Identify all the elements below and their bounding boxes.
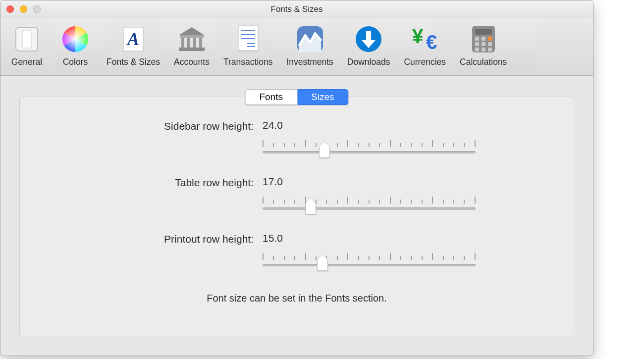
svg-rect-31	[482, 42, 485, 46]
sidebar-row-height-row: Sidebar row height: 24.0	[20, 119, 574, 176]
svg-rect-6	[180, 35, 204, 38]
svg-rect-9	[193, 38, 196, 48]
svg-rect-26	[475, 29, 492, 35]
table-row-height-slider[interactable]	[263, 197, 476, 216]
svg-text:A: A	[126, 29, 139, 49]
slider-track	[263, 151, 476, 154]
calculator-icon	[466, 23, 501, 55]
preferences-window: Fonts & Sizes General	[0, 0, 593, 356]
printout-row-height-value: 15.0	[263, 232, 476, 244]
window-close-button[interactable]	[6, 5, 14, 13]
bank-icon	[174, 23, 209, 55]
toolbar-label: General	[11, 57, 42, 67]
svg-rect-33	[475, 48, 479, 51]
slider-thumb[interactable]	[317, 259, 328, 271]
font-icon: A	[116, 23, 151, 55]
hint-text: Font size can be set in the Fonts sectio…	[20, 293, 574, 304]
currency-icon: ¥ €	[408, 23, 442, 55]
toolbar-item-accounts[interactable]: Accounts	[170, 21, 214, 69]
svg-rect-34	[482, 48, 485, 51]
sidebar-row-height-slider[interactable]	[263, 140, 476, 160]
printout-row-height-slider[interactable]	[263, 253, 476, 273]
chart-icon	[293, 23, 327, 55]
color-wheel-icon	[58, 23, 93, 55]
toolbar-label: Transactions	[223, 57, 273, 67]
fonts-sizes-tabs: Fonts Sizes	[245, 89, 349, 105]
slider-ticks	[263, 253, 476, 262]
svg-rect-7	[181, 38, 184, 48]
svg-rect-30	[475, 42, 479, 46]
table-row-height-label: Table row height:	[20, 176, 263, 189]
svg-text:¥: ¥	[412, 25, 424, 47]
svg-rect-8	[187, 38, 190, 48]
svg-rect-29	[488, 37, 492, 41]
svg-rect-1	[22, 30, 31, 48]
printout-row-height-row: Printout row height: 15.0	[20, 232, 574, 289]
slider-track	[263, 264, 476, 266]
table-row-height-value: 17.0	[263, 176, 476, 188]
content-area: Fonts Sizes Sidebar row height: 24.0	[0, 76, 593, 351]
toolbar-label: Calculations	[460, 57, 507, 67]
receipt-icon	[231, 23, 266, 55]
slider-ticks	[263, 197, 476, 205]
toolbar-item-investments[interactable]: Investments	[282, 21, 337, 69]
sidebar-row-height-value: 24.0	[263, 119, 476, 131]
download-icon	[351, 23, 386, 55]
window-minimize-button[interactable]	[20, 5, 27, 13]
printout-row-height-label: Printout row height:	[20, 232, 263, 245]
toolbar-label: Downloads	[347, 57, 390, 67]
slider-thumb[interactable]	[305, 203, 316, 214]
toolbar-label: Accounts	[174, 57, 210, 67]
tab-fonts[interactable]: Fonts	[245, 89, 298, 105]
sizes-panel: Fonts Sizes Sidebar row height: 24.0	[19, 97, 574, 336]
window-zoom-button[interactable]	[33, 5, 41, 13]
svg-rect-32	[488, 42, 492, 46]
svg-rect-27	[475, 37, 479, 41]
table-row-height-row: Table row height: 17.0	[20, 176, 574, 232]
svg-marker-5	[179, 27, 205, 35]
svg-rect-11	[179, 48, 205, 51]
switch-icon	[9, 23, 44, 55]
slider-thumb[interactable]	[319, 146, 330, 158]
toolbar-item-fonts-sizes[interactable]: A Fonts & Sizes	[103, 21, 164, 69]
svg-rect-28	[482, 37, 485, 41]
svg-rect-21	[366, 31, 371, 40]
toolbar-item-transactions[interactable]: Transactions	[219, 21, 277, 69]
tab-sizes[interactable]: Sizes	[297, 89, 348, 105]
titlebar: Fonts & Sizes	[0, 0, 593, 18]
slider-track	[263, 207, 476, 210]
sidebar-row-height-label: Sidebar row height:	[20, 119, 263, 132]
toolbar-label: Fonts & Sizes	[107, 57, 160, 67]
toolbar-label: Currencies	[404, 57, 446, 67]
toolbar-item-calculations[interactable]: Calculations	[456, 21, 511, 69]
svg-rect-35	[488, 48, 492, 51]
toolbar-item-general[interactable]: General	[5, 21, 48, 69]
slider-ticks	[263, 140, 476, 149]
toolbar-label: Investments	[286, 57, 333, 67]
toolbar-item-currencies[interactable]: ¥ € Currencies	[400, 21, 450, 69]
toolbar-label: Colors	[63, 57, 88, 67]
svg-text:€: €	[426, 31, 437, 53]
toolbar-item-downloads[interactable]: Downloads	[343, 21, 394, 69]
window-title: Fonts & Sizes	[271, 4, 323, 14]
toolbar-item-colors[interactable]: Colors	[54, 21, 97, 69]
svg-rect-10	[199, 38, 202, 48]
preferences-toolbar: General	[0, 18, 593, 76]
svg-point-2	[62, 26, 88, 52]
